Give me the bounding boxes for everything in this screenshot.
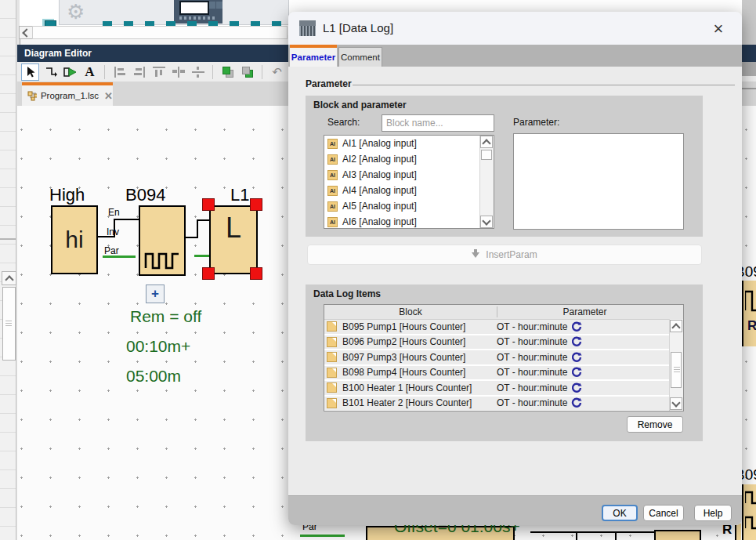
tab-close-icon[interactable]: ✕ <box>104 90 113 102</box>
wire-fragment <box>615 531 617 540</box>
send-to-back-button[interactable] <box>239 64 255 80</box>
group-header: Data Log Items <box>313 288 381 299</box>
tab-comment[interactable]: Comment <box>338 47 382 67</box>
scroll-up-button[interactable] <box>480 136 493 148</box>
selection-handle[interactable] <box>250 267 262 280</box>
unconnected-pin-stub <box>300 535 345 537</box>
search-input[interactable] <box>382 114 494 132</box>
block-fragment-letter: R <box>747 318 756 334</box>
tab-program-1[interactable]: Program_1.lsc ✕ <box>22 82 113 106</box>
analog-input-icon: AI <box>327 139 338 149</box>
connector-tool-button[interactable] <box>42 64 59 80</box>
block-high[interactable]: hi <box>51 205 98 274</box>
left-panel-rail <box>0 0 16 540</box>
table-row[interactable]: B097 Pump3 [Hours Counter] OT - hour:min… <box>324 350 683 366</box>
list-scrollbar[interactable] <box>479 136 494 228</box>
refresh-icon <box>571 397 582 408</box>
table-row[interactable]: B096 Pump2 [Hours Counter] OT - hour:min… <box>324 335 683 351</box>
block-fragment: R <box>742 281 756 346</box>
center-horizontal-button[interactable] <box>170 64 186 80</box>
run-icon <box>63 67 77 78</box>
align-right-button[interactable] <box>131 64 147 80</box>
align-top-button[interactable] <box>150 64 167 80</box>
close-icon[interactable]: × <box>707 18 729 40</box>
align-left-icon <box>114 67 126 78</box>
unconnected-pin-stub <box>103 256 136 258</box>
data-log-items-group: Data Log Items Block Parameter B095 Pump… <box>306 284 703 441</box>
cell-parameter: OT - hour:minute <box>497 382 567 393</box>
scrollbar-grip-icon <box>674 367 680 372</box>
table-header-row: Block Parameter <box>324 305 683 320</box>
bring-to-front-button[interactable] <box>219 64 236 80</box>
list-item[interactable]: AIAI3 [Analog input] <box>324 167 494 183</box>
cell-parameter: OT - hour:minute <box>497 352 567 363</box>
block-item-icon <box>327 382 337 393</box>
app-window: ⚙ Diagram Editor <box>0 0 756 540</box>
dialog-titlebar[interactable]: L1 [Data Log] × <box>288 12 742 45</box>
block-label-fragment: B09 <box>742 466 756 482</box>
parameter-label: Parameter: <box>513 117 559 128</box>
dialog-footer: OK Cancel Help <box>288 495 742 525</box>
right-strip-top <box>742 0 756 45</box>
selection-handle[interactable] <box>202 198 215 211</box>
parameter-listbox[interactable] <box>513 133 684 230</box>
dialog-tabstrip: Parameter Comment <box>288 45 742 67</box>
scroll-up-button[interactable] <box>670 320 682 332</box>
ok-button[interactable]: OK <box>602 505 638 521</box>
scrollbar-thumb[interactable] <box>671 352 682 388</box>
simulation-tool-button[interactable] <box>62 64 78 80</box>
table-scrollbar[interactable] <box>669 319 683 411</box>
list-item[interactable]: AIAI1 [Analog input] <box>324 136 494 151</box>
plc-terminals <box>179 16 215 20</box>
distribute-vertical-button[interactable] <box>190 64 206 80</box>
list-item[interactable]: AIAI5 [Analog input] <box>324 198 494 214</box>
analog-input-icon: AI <box>327 217 338 227</box>
block-name-high: High <box>49 185 85 205</box>
list-item[interactable]: AIAI4 [Analog input] <box>324 183 494 198</box>
block-b094-pulse-generator[interactable] <box>139 205 186 276</box>
cell-block: B100 Heater 1 [Hours Counter] <box>342 382 472 393</box>
block-item-icon <box>327 368 337 378</box>
align-left-button[interactable] <box>111 64 128 80</box>
list-item[interactable]: AIAI6 [Analog input] <box>324 214 494 230</box>
table-row[interactable]: B101 Heater 2 [Hours Counter] OT - hour:… <box>324 397 683 412</box>
rail-scroll-up-button[interactable] <box>2 271 16 285</box>
plc-key-icon <box>209 2 215 9</box>
cancel-button[interactable]: Cancel <box>643 505 684 521</box>
hscroll-track[interactable] <box>32 26 288 39</box>
select-tool-button[interactable] <box>21 63 39 81</box>
rail-scrollbar-thumb[interactable] <box>2 287 16 361</box>
diagram-editor-title: Diagram Editor <box>24 48 92 59</box>
selection-handle[interactable] <box>202 267 215 280</box>
hscroll-left-button[interactable] <box>19 26 33 39</box>
text-tool-button[interactable]: A <box>81 64 98 80</box>
pulse-waveform-icon <box>745 284 756 315</box>
tab-parameter[interactable]: Parameter <box>290 45 337 67</box>
distribute-vertical-icon <box>192 67 204 78</box>
insert-param-button[interactable]: InsertParam <box>307 245 702 265</box>
chevron-left-icon <box>22 28 31 37</box>
table-row[interactable]: B100 Heater 1 [Hours Counter] OT - hour:… <box>324 381 683 397</box>
tab-parameter-label: Parameter <box>291 53 335 62</box>
selection-handle[interactable] <box>250 198 262 211</box>
block-fragment <box>735 524 741 540</box>
cell-parameter: OT - hour:minute <box>497 321 567 332</box>
scroll-down-button[interactable] <box>670 397 682 410</box>
list-item[interactable]: AIAI2 [Analog input] <box>324 151 494 167</box>
scroll-down-button[interactable] <box>480 216 493 228</box>
expand-parameter-button[interactable]: + <box>146 284 165 303</box>
table-row[interactable]: B095 Pump1 [Hours Counter] OT - hour:min… <box>324 320 683 335</box>
pulse-waveform-icon <box>143 243 181 273</box>
cell-block: B096 Pump2 [Hours Counter] <box>342 336 465 347</box>
block-l1-data-log[interactable]: L <box>209 205 258 274</box>
block-list[interactable]: AIAI1 [Analog input] AIAI2 [Analog input… <box>324 135 494 229</box>
data-log-table[interactable]: Block Parameter B095 Pump1 [Hours Counte… <box>324 304 684 411</box>
right-strip-toolbar <box>742 62 756 76</box>
help-button[interactable]: Help <box>694 505 732 521</box>
analog-input-icon: AI <box>327 186 338 196</box>
tab-label: Program_1.lsc <box>41 91 99 100</box>
table-row[interactable]: B098 Pump4 [Hours Counter] OT - hour:min… <box>324 366 683 382</box>
undo-button[interactable]: ↶ <box>269 64 285 80</box>
scrollbar-thumb[interactable] <box>481 150 492 160</box>
remove-button[interactable]: Remove <box>627 416 683 433</box>
